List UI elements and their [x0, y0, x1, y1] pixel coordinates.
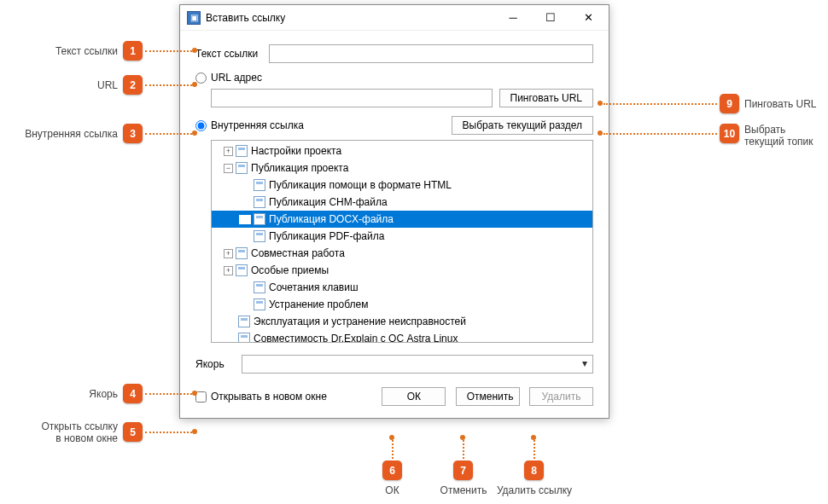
topic-icon [236, 247, 248, 259]
tree-item-label: Сочетания клавиш [269, 281, 359, 293]
link-text-input[interactable] [269, 44, 593, 63]
tree-item[interactable]: +Особые приемы [212, 262, 592, 279]
app-icon: ▣ [187, 11, 201, 25]
tree-item-label: Особые приемы [251, 264, 329, 276]
maximize-button[interactable]: ☐ [532, 6, 569, 30]
annotation-dot-4 [192, 391, 197, 396]
internal-link-label: Внутренняя ссылка [211, 119, 304, 131]
tree-item[interactable]: Сочетания клавиш [212, 279, 592, 296]
delete-button[interactable]: Удалить [529, 387, 593, 406]
topic-icon [236, 162, 248, 174]
topic-tree[interactable]: +Настройки проекта−Публикация проектаПуб… [211, 140, 593, 343]
url-input[interactable] [211, 89, 493, 107]
url-radio-label: URL адрес [211, 72, 262, 84]
tree-item[interactable]: Публикация PDF-файла [212, 228, 592, 245]
annotation-label-9: Пинговать URL [744, 98, 816, 110]
annotation-connector-6 [392, 440, 394, 459]
tree-item-label: Устранение проблем [269, 298, 368, 310]
expander-spacer [239, 283, 251, 293]
annotation-connector-4 [145, 393, 192, 395]
annotation-badge-9: 9 [720, 94, 739, 113]
titlebar[interactable]: ▣ Вставить ссылку ─ ☐ ✕ [180, 5, 609, 31]
tree-item-label: Публикация помощи в формате HTML [269, 179, 452, 191]
tree-item[interactable]: Публикация DOCX-файла [212, 211, 592, 228]
annotation-badge-10: 10 [720, 124, 739, 143]
tree-item-label: Совместная работа [251, 247, 345, 259]
annotation-badge-4: 4 [123, 384, 143, 403]
annotation-connector-3 [145, 133, 192, 135]
ok-button[interactable]: ОК [382, 387, 446, 406]
topic-icon [238, 316, 250, 327]
anchor-dropdown[interactable] [242, 355, 593, 374]
expander-spacer [239, 215, 251, 224]
url-radio[interactable] [195, 72, 207, 84]
annotation-connector-8 [534, 440, 535, 459]
annotation-label-5: Открыть ссылку в новом окне [5, 420, 118, 445]
expand-icon[interactable]: + [224, 147, 233, 156]
expand-icon[interactable]: + [224, 266, 233, 275]
internal-link-radio[interactable] [195, 120, 207, 131]
select-current-topic-button[interactable]: Выбрать текущий раздел [452, 116, 593, 135]
tree-item-label: Публикация PDF-файла [269, 230, 384, 242]
annotation-label-10: Выбрать текущий топик [744, 124, 813, 148]
topic-icon [254, 230, 265, 242]
tree-item[interactable]: Совместимость Dr.Explain с ОС Astra Linu… [212, 330, 592, 343]
annotation-badge-3: 3 [123, 124, 143, 143]
annotation-dot-3 [192, 130, 197, 136]
annotation-badge-5: 5 [123, 422, 143, 442]
collapse-icon[interactable]: − [224, 164, 233, 173]
link-text-label: Текст ссылки [195, 48, 269, 60]
topic-icon [236, 264, 248, 276]
annotation-label-1: Текст ссылки [26, 45, 118, 57]
annotation-badge-2: 2 [123, 75, 143, 95]
tree-item[interactable]: −Публикация проекта [212, 159, 592, 177]
annotation-connector-10 [604, 133, 717, 135]
topic-icon [254, 281, 265, 293]
tree-item-label: Публикация CHM-файла [269, 196, 388, 208]
anchor-label: Якорь [195, 358, 224, 370]
tree-item[interactable]: Устранение проблем [212, 296, 592, 313]
annotation-connector-5 [145, 432, 192, 433]
expander-spacer [239, 198, 251, 207]
topic-icon [254, 196, 265, 208]
topic-icon [236, 145, 248, 157]
expander-spacer [239, 300, 251, 310]
expander-spacer [224, 334, 236, 344]
annotation-connector-2 [145, 84, 192, 86]
annotation-label-4: Якорь [51, 388, 118, 400]
expander-spacer [239, 181, 251, 190]
topic-icon [254, 179, 265, 191]
ping-url-button[interactable]: Пинговать URL [499, 89, 593, 107]
insert-link-dialog: ▣ Вставить ссылку ─ ☐ ✕ Текст ссылки URL… [179, 4, 609, 419]
annotation-label-5-line1: Открыть ссылку [42, 420, 118, 432]
annotation-dot-5 [192, 429, 197, 434]
annotation-label-7: Отменить [432, 484, 495, 496]
tree-item[interactable]: +Совместная работа [212, 245, 592, 262]
annotation-badge-7: 7 [453, 461, 473, 480]
annotation-label-8: Удалить ссылку [493, 484, 575, 496]
tree-item[interactable]: Публикация CHM-файла [212, 194, 592, 211]
tree-item[interactable]: +Настройки проекта [212, 142, 592, 159]
window-title: Вставить ссылку [206, 12, 494, 24]
minimize-button[interactable]: ─ [494, 6, 532, 30]
annotation-connector-9 [604, 103, 717, 105]
expander-spacer [239, 232, 251, 241]
annotation-label-3: Внутренняя ссылка [5, 128, 118, 140]
topic-icon [254, 298, 265, 310]
close-button[interactable]: ✕ [569, 6, 607, 30]
annotation-badge-8: 8 [524, 461, 544, 480]
topic-icon [238, 333, 250, 343]
expand-icon[interactable]: + [224, 249, 233, 258]
tree-item-label: Эксплуатация и устранение неисправностей [254, 316, 466, 327]
annotation-label-6: ОК [369, 484, 416, 496]
tree-item[interactable]: Эксплуатация и устранение неисправностей [212, 313, 592, 330]
tree-item-label: Публикация DOCX-файла [269, 213, 394, 225]
tree-item-label: Настройки проекта [251, 145, 341, 157]
cancel-button[interactable]: Отменить [456, 387, 520, 406]
tree-item[interactable]: Публикация помощи в формате HTML [212, 177, 592, 194]
annotation-label-5-line2: в новом окне [55, 432, 118, 444]
annotation-dot-10 [598, 130, 603, 136]
expander-spacer [224, 317, 236, 327]
annotation-label-10-line1: Выбрать [744, 124, 785, 136]
annotation-connector-7 [463, 440, 464, 459]
